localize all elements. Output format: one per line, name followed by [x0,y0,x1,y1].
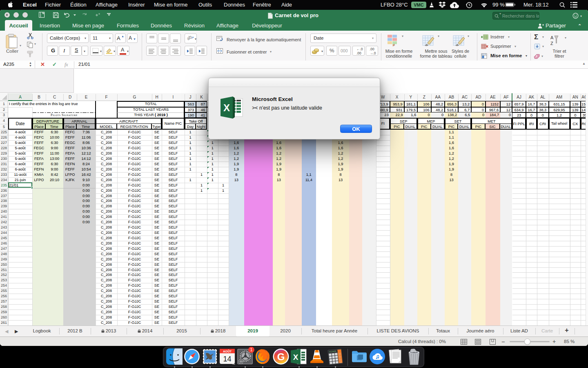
svg-text:14: 14 [223,355,231,363]
svg-text:X: X [223,102,230,113]
svg-text:Z: Z [550,41,553,46]
svg-text:X: X [293,353,298,361]
svg-text:AOÛT: AOÛT [223,350,232,353]
svg-text:A: A [550,35,554,40]
svg-text:≠: ≠ [392,43,395,47]
svg-text:G: G [277,351,285,362]
